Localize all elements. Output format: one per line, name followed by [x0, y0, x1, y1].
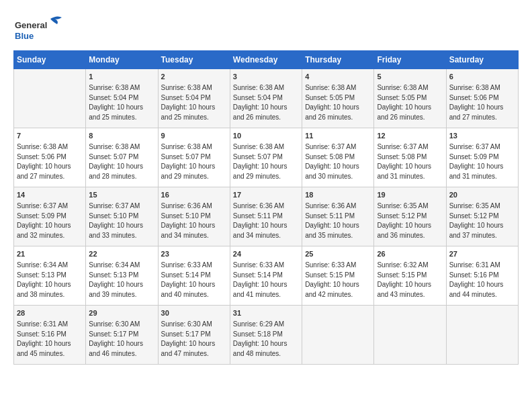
calendar-week-row: 21Sunrise: 6:34 AMSunset: 5:13 PMDayligh…: [14, 246, 519, 306]
day-number: 1: [89, 72, 154, 82]
logo-icon: General Blue: [13, 13, 74, 44]
day-number: 30: [161, 308, 227, 318]
day-number: 12: [377, 131, 443, 141]
day-number: 5: [377, 72, 443, 82]
day-number: 28: [17, 308, 83, 318]
day-number: 11: [305, 131, 371, 141]
day-number: 2: [161, 72, 227, 82]
day-number: 9: [161, 131, 227, 141]
calendar-cell: 17Sunrise: 6:36 AMSunset: 5:11 PMDayligh…: [230, 187, 302, 246]
calendar-cell: 4Sunrise: 6:38 AMSunset: 5:05 PMDaylight…: [302, 69, 374, 128]
day-details: Sunrise: 6:35 AMSunset: 5:12 PMDaylight:…: [449, 201, 515, 240]
day-details: Sunrise: 6:36 AMSunset: 5:11 PMDaylight:…: [305, 201, 371, 240]
calendar-cell: 21Sunrise: 6:34 AMSunset: 5:13 PMDayligh…: [14, 246, 86, 306]
day-details: Sunrise: 6:34 AMSunset: 5:13 PMDaylight:…: [17, 261, 83, 300]
day-number: 14: [17, 190, 83, 200]
day-number: 20: [449, 190, 515, 200]
day-details: Sunrise: 6:36 AMSunset: 5:10 PMDaylight:…: [161, 201, 227, 240]
day-number: 16: [161, 190, 227, 200]
calendar-cell: [374, 306, 446, 365]
weekday-header: Saturday: [446, 51, 518, 69]
calendar-cell: 14Sunrise: 6:37 AMSunset: 5:09 PMDayligh…: [14, 187, 86, 246]
day-number: 4: [305, 72, 371, 82]
calendar-cell: 3Sunrise: 6:38 AMSunset: 5:04 PMDaylight…: [230, 69, 302, 128]
calendar-cell: 9Sunrise: 6:38 AMSunset: 5:07 PMDaylight…: [158, 128, 230, 187]
day-number: 31: [233, 308, 299, 318]
calendar-week-row: 7Sunrise: 6:38 AMSunset: 5:06 PMDaylight…: [14, 128, 519, 187]
weekday-header: Friday: [374, 51, 446, 69]
day-number: 22: [89, 249, 154, 259]
day-details: Sunrise: 6:37 AMSunset: 5:10 PMDaylight:…: [89, 201, 154, 240]
day-number: 8: [89, 131, 154, 141]
calendar-cell: 30Sunrise: 6:30 AMSunset: 5:17 PMDayligh…: [158, 306, 230, 365]
day-details: Sunrise: 6:36 AMSunset: 5:11 PMDaylight:…: [233, 201, 299, 240]
calendar-cell: 7Sunrise: 6:38 AMSunset: 5:06 PMDaylight…: [14, 128, 86, 187]
weekday-header: Wednesday: [230, 51, 302, 69]
day-number: 29: [89, 308, 154, 318]
day-details: Sunrise: 6:38 AMSunset: 5:04 PMDaylight:…: [89, 83, 154, 122]
day-details: Sunrise: 6:37 AMSunset: 5:09 PMDaylight:…: [17, 201, 83, 240]
day-details: Sunrise: 6:31 AMSunset: 5:16 PMDaylight:…: [449, 261, 515, 300]
weekday-header: Thursday: [302, 51, 374, 69]
day-details: Sunrise: 6:31 AMSunset: 5:16 PMDaylight:…: [17, 320, 83, 359]
calendar-cell: 31Sunrise: 6:29 AMSunset: 5:18 PMDayligh…: [230, 306, 302, 365]
day-details: Sunrise: 6:30 AMSunset: 5:17 PMDaylight:…: [89, 320, 154, 359]
calendar-cell: [446, 306, 518, 365]
day-number: 3: [233, 72, 299, 82]
day-details: Sunrise: 6:38 AMSunset: 5:05 PMDaylight:…: [377, 83, 443, 122]
day-details: Sunrise: 6:38 AMSunset: 5:06 PMDaylight:…: [449, 83, 515, 122]
day-number: 24: [233, 249, 299, 259]
calendar-cell: [302, 306, 374, 365]
day-details: Sunrise: 6:37 AMSunset: 5:09 PMDaylight:…: [449, 142, 515, 181]
logo: General Blue: [13, 13, 74, 44]
day-number: 17: [233, 190, 299, 200]
calendar-cell: 22Sunrise: 6:34 AMSunset: 5:13 PMDayligh…: [86, 246, 158, 306]
day-details: Sunrise: 6:38 AMSunset: 5:07 PMDaylight:…: [89, 142, 154, 181]
calendar-cell: 26Sunrise: 6:32 AMSunset: 5:15 PMDayligh…: [374, 246, 446, 306]
calendar-cell: 24Sunrise: 6:33 AMSunset: 5:14 PMDayligh…: [230, 246, 302, 306]
day-number: 23: [161, 249, 227, 259]
day-number: 15: [89, 190, 154, 200]
calendar-cell: 28Sunrise: 6:31 AMSunset: 5:16 PMDayligh…: [14, 306, 86, 365]
calendar-cell: 20Sunrise: 6:35 AMSunset: 5:12 PMDayligh…: [446, 187, 518, 246]
calendar-week-row: 28Sunrise: 6:31 AMSunset: 5:16 PMDayligh…: [14, 306, 519, 365]
calendar-cell: 15Sunrise: 6:37 AMSunset: 5:10 PMDayligh…: [86, 187, 158, 246]
day-details: Sunrise: 6:35 AMSunset: 5:12 PMDaylight:…: [377, 201, 443, 240]
calendar-cell: 5Sunrise: 6:38 AMSunset: 5:05 PMDaylight…: [374, 69, 446, 128]
calendar-cell: 16Sunrise: 6:36 AMSunset: 5:10 PMDayligh…: [158, 187, 230, 246]
svg-text:General: General: [15, 20, 47, 30]
weekday-header: Monday: [86, 51, 158, 69]
calendar-cell: 19Sunrise: 6:35 AMSunset: 5:12 PMDayligh…: [374, 187, 446, 246]
day-details: Sunrise: 6:37 AMSunset: 5:08 PMDaylight:…: [377, 142, 443, 181]
day-details: Sunrise: 6:38 AMSunset: 5:04 PMDaylight:…: [233, 83, 299, 122]
day-details: Sunrise: 6:38 AMSunset: 5:07 PMDaylight:…: [233, 142, 299, 181]
calendar-cell: 29Sunrise: 6:30 AMSunset: 5:17 PMDayligh…: [86, 306, 158, 365]
calendar-week-row: 14Sunrise: 6:37 AMSunset: 5:09 PMDayligh…: [14, 187, 519, 246]
day-number: 26: [377, 249, 443, 259]
day-number: 18: [305, 190, 371, 200]
calendar-cell: 1Sunrise: 6:38 AMSunset: 5:04 PMDaylight…: [86, 69, 158, 128]
day-number: 13: [449, 131, 515, 141]
calendar-cell: 10Sunrise: 6:38 AMSunset: 5:07 PMDayligh…: [230, 128, 302, 187]
day-number: 6: [449, 72, 515, 82]
calendar-cell: 2Sunrise: 6:38 AMSunset: 5:04 PMDaylight…: [158, 69, 230, 128]
day-details: Sunrise: 6:38 AMSunset: 5:07 PMDaylight:…: [161, 142, 227, 181]
calendar-table: SundayMondayTuesdayWednesdayThursdayFrid…: [13, 50, 519, 365]
day-details: Sunrise: 6:29 AMSunset: 5:18 PMDaylight:…: [233, 320, 299, 359]
calendar-cell: 11Sunrise: 6:37 AMSunset: 5:08 PMDayligh…: [302, 128, 374, 187]
calendar-cell: 25Sunrise: 6:33 AMSunset: 5:15 PMDayligh…: [302, 246, 374, 306]
day-details: Sunrise: 6:37 AMSunset: 5:08 PMDaylight:…: [305, 142, 371, 181]
day-details: Sunrise: 6:38 AMSunset: 5:04 PMDaylight:…: [161, 83, 227, 122]
header-row: SundayMondayTuesdayWednesdayThursdayFrid…: [14, 51, 519, 69]
calendar-cell: 8Sunrise: 6:38 AMSunset: 5:07 PMDaylight…: [86, 128, 158, 187]
day-number: 21: [17, 249, 83, 259]
day-details: Sunrise: 6:33 AMSunset: 5:15 PMDaylight:…: [305, 261, 371, 300]
calendar-cell: [14, 69, 86, 128]
calendar-week-row: 1Sunrise: 6:38 AMSunset: 5:04 PMDaylight…: [14, 69, 519, 128]
calendar-cell: 18Sunrise: 6:36 AMSunset: 5:11 PMDayligh…: [302, 187, 374, 246]
day-details: Sunrise: 6:38 AMSunset: 5:06 PMDaylight:…: [17, 142, 83, 181]
calendar-cell: 27Sunrise: 6:31 AMSunset: 5:16 PMDayligh…: [446, 246, 518, 306]
day-details: Sunrise: 6:33 AMSunset: 5:14 PMDaylight:…: [161, 261, 227, 300]
page-header: General Blue: [13, 13, 519, 44]
day-number: 27: [449, 249, 515, 259]
